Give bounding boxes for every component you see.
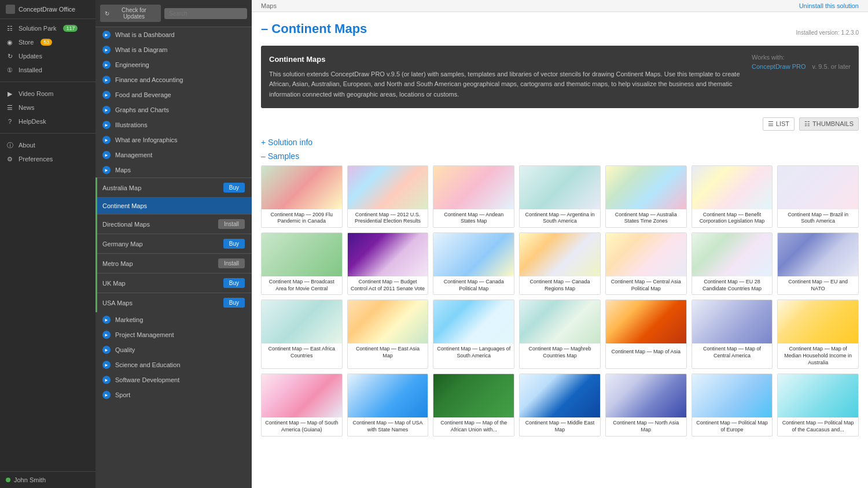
nav-item-graphs-and-charts[interactable]: ►Graphs and Charts: [95, 102, 252, 117]
thumbnail-item[interactable]: Continent Map — Broadcast Area for Movie…: [261, 232, 343, 295]
thumbnail-label: Continent Map — Canada Regions Map: [520, 276, 600, 294]
nav-item-what-are-infographics[interactable]: ►What are Infographics: [95, 132, 252, 147]
product-link[interactable]: ConceptDraw PRO: [752, 63, 806, 70]
thumbnail-item[interactable]: Continent Map — Map of Asia: [605, 300, 687, 369]
solution-wrapper: UK MapBuy: [95, 273, 252, 293]
nav-item-what-is-a-diagram[interactable]: ►What is a Diagram: [95, 42, 252, 57]
thumbnail-image: [520, 300, 600, 343]
install-button[interactable]: Install: [218, 219, 245, 229]
sidebar-divider-1: [0, 82, 95, 82]
thumbnail-item[interactable]: Continent Map — Languages of South Ameri…: [433, 300, 514, 369]
thumbnail-item[interactable]: Continent Map — Political Map of Europe: [692, 374, 773, 436]
solution-item-continent-maps[interactable]: Continent Maps: [95, 197, 252, 214]
sidebar-item-about[interactable]: ⓘ About: [0, 138, 95, 152]
search-input[interactable]: [164, 8, 247, 19]
uninstall-link[interactable]: Uninstall this solution: [799, 2, 859, 9]
thumbnail-item[interactable]: Continent Map — Argentina in South Ameri…: [519, 165, 601, 228]
thumbnail-item[interactable]: Continent Map — 2012 U.S. Presidential E…: [347, 165, 429, 228]
thumbnail-item[interactable]: Continent Map — East Africa Countries: [261, 300, 343, 369]
buy-button[interactable]: Buy: [223, 183, 245, 193]
solution-item-metro-map[interactable]: Metro MapInstall: [95, 253, 252, 273]
solution-info-toggle[interactable]: + Solution info: [261, 138, 859, 147]
nav-item-engineering[interactable]: ►Engineering: [95, 57, 252, 72]
thumbnail-item[interactable]: Continent Map — Central Asia Political M…: [605, 232, 687, 295]
samples-toggle[interactable]: – Samples: [261, 151, 859, 161]
solution-wrapper: Directional MapsInstall: [95, 214, 252, 234]
nav-item-food-and-beverage[interactable]: ►Food and Beverage: [95, 87, 252, 102]
nav-arrow: ►: [102, 76, 111, 84]
sidebar-item-solution-park[interactable]: ☷ Solution Park 117: [0, 21, 95, 35]
thumbnail-item[interactable]: Continent Map — Canada Political Map: [433, 232, 514, 295]
thumbnail-image: [692, 233, 773, 276]
thumbnail-item[interactable]: Continent Map — Canada Regions Map: [519, 232, 601, 295]
solutions-list: Australia MapBuyContinent MapsDirectiona…: [95, 178, 252, 312]
solution-item-australia-map[interactable]: Australia MapBuy: [95, 178, 252, 197]
check-updates-button[interactable]: ↻ Check for Updates: [100, 5, 161, 22]
thumbnail-item[interactable]: Continent Map — Political Map of the Cau…: [777, 374, 859, 436]
thumbnail-label: Continent Map — North Asia Map: [606, 417, 686, 435]
list-view-button[interactable]: ☰ LIST: [763, 117, 795, 131]
thumbnail-image: [778, 300, 858, 343]
nav-arrow: ►: [102, 106, 111, 114]
thumbnails-icon: ☷: [804, 120, 810, 128]
thumbnail-item[interactable]: Continent Map — EU 28 Candidate Countrie…: [692, 232, 773, 295]
thumbnail-image: [692, 374, 773, 417]
nav-item-sport[interactable]: ►Sport: [95, 387, 252, 402]
sidebar-item-helpdesk[interactable]: ? HelpDesk: [0, 114, 95, 128]
thumbnail-item[interactable]: Continent Map — Benefit Corporation Legi…: [692, 165, 773, 228]
nav-arrow: ►: [102, 346, 111, 354]
nav-item-quality[interactable]: ►Quality: [95, 342, 252, 357]
sidebar-item-updates[interactable]: ↻ Updates: [0, 49, 95, 63]
thumbnail-item[interactable]: Continent Map — Maghreb Countries Map: [519, 300, 601, 369]
nav-arrow: ►: [102, 151, 111, 159]
sidebar-item-video-room[interactable]: ▶ Video Room: [0, 87, 95, 101]
thumbnail-item[interactable]: Continent Map — Australia States Time Zo…: [605, 165, 687, 228]
thumbnails-view-button[interactable]: ☷ THUMBNAILS: [799, 117, 859, 131]
username: John Smith: [14, 476, 46, 483]
thumbnail-item[interactable]: Continent Map — Map of South America (Gu…: [261, 374, 343, 436]
nav-item-management[interactable]: ►Management: [95, 147, 252, 162]
install-button[interactable]: Install: [218, 258, 245, 268]
thumbnail-label: Continent Map — Political Map of Europe: [692, 417, 773, 435]
buy-button[interactable]: Buy: [223, 298, 245, 308]
thumbnail-item[interactable]: Continent Map — Andean States Map: [433, 165, 514, 228]
nav-item-science-and-education[interactable]: ►Science and Education: [95, 357, 252, 372]
solution-item-usa-maps[interactable]: USA MapsBuy: [95, 293, 252, 312]
thumbnail-item[interactable]: Continent Map — Middle East Map: [519, 374, 601, 436]
video-icon: ▶: [6, 90, 14, 98]
thumbnail-item[interactable]: Continent Map — Budget Control Act of 20…: [347, 232, 429, 295]
thumbnail-item[interactable]: Continent Map — Map of the African Union…: [433, 374, 514, 436]
thumbnail-item[interactable]: Continent Map — Map of Central America: [692, 300, 773, 369]
sidebar-item-store[interactable]: ◉ Store 53: [0, 35, 95, 49]
green-bar: [95, 273, 97, 293]
thumbnail-item[interactable]: Continent Map — Map of USA with State Na…: [347, 374, 429, 436]
nav-item-maps[interactable]: ►Maps: [95, 162, 252, 178]
sidebar-item-news[interactable]: ☰ News: [0, 101, 95, 114]
solution-item-germany-map[interactable]: Germany MapBuy: [95, 234, 252, 253]
thumbnail-item[interactable]: Continent Map — East Asia Map: [347, 300, 429, 369]
nav-item-project-management[interactable]: ►Project Management: [95, 327, 252, 342]
help-icon: ?: [6, 117, 14, 125]
thumbnail-label: Continent Map — Canada Political Map: [433, 276, 514, 294]
nav-item-illustrations[interactable]: ►Illustrations: [95, 117, 252, 132]
nav-arrow: ►: [102, 91, 111, 99]
nav-item-what-is-a-dashboard[interactable]: ►What is a Dashboard: [95, 27, 252, 42]
thumbnail-item[interactable]: Continent Map — North Asia Map: [605, 374, 687, 436]
solution-item-uk-map[interactable]: UK MapBuy: [95, 273, 252, 293]
sidebar-item-installed[interactable]: ① Installed: [0, 63, 95, 77]
solution-item-directional-maps[interactable]: Directional MapsInstall: [95, 214, 252, 234]
nav-item-marketing[interactable]: ►Marketing: [95, 312, 252, 327]
grid-icon: ☷: [6, 24, 14, 32]
thumbnail-label: Continent Map — EU 28 Candidate Countrie…: [692, 276, 773, 294]
buy-button[interactable]: Buy: [223, 278, 245, 288]
nav-item-finance-and-accounting[interactable]: ►Finance and Accounting: [95, 72, 252, 87]
thumbnail-item[interactable]: Continent Map — 2009 Flu Pandemic in Can…: [261, 165, 343, 228]
nav-item-software-development[interactable]: ►Software Development: [95, 372, 252, 387]
sidebar-item-preferences[interactable]: ⚙ Preferences: [0, 152, 95, 166]
thumbnail-item[interactable]: Continent Map — Map of Median Household …: [777, 300, 859, 369]
thumbnail-item[interactable]: Continent Map — Brazil in South America: [777, 165, 859, 228]
green-bar: [95, 197, 97, 214]
middle-panel: ↻ Check for Updates ►What is a Dashboard…: [95, 0, 252, 488]
buy-button[interactable]: Buy: [223, 239, 245, 249]
thumbnail-item[interactable]: Continent Map — EU and NATO: [777, 232, 859, 295]
